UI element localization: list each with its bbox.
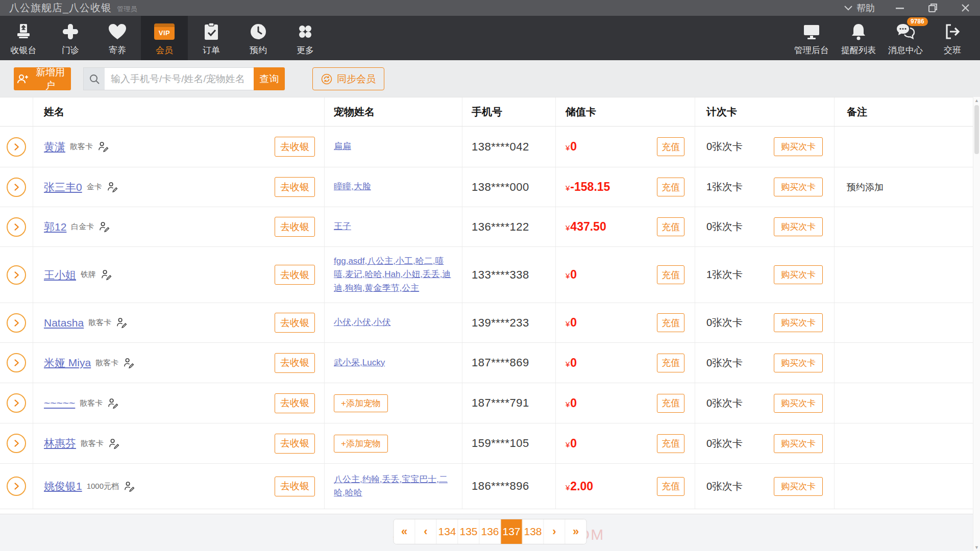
- pet-name-link[interactable]: 公主: [402, 283, 419, 293]
- nav-item-订单[interactable]: 订单: [188, 16, 235, 60]
- pet-name-link[interactable]: 武小呆: [334, 358, 360, 367]
- page-button-135[interactable]: 135: [458, 519, 480, 544]
- member-edit-icon[interactable]: [116, 317, 128, 329]
- scroll-up-icon[interactable]: ▲: [973, 97, 980, 104]
- go-checkout-button[interactable]: 去收银: [275, 217, 315, 237]
- member-edit-icon[interactable]: [123, 357, 135, 369]
- go-checkout-button[interactable]: 去收银: [275, 177, 315, 197]
- recharge-button[interactable]: 充值: [657, 137, 684, 156]
- pet-name-link[interactable]: Lucky: [362, 358, 385, 367]
- nav-item-收银台[interactable]: 收银台: [0, 16, 47, 60]
- expand-row-button[interactable]: [7, 353, 26, 372]
- member-name-link[interactable]: 林惠芬: [44, 436, 76, 450]
- expand-row-button[interactable]: [7, 178, 26, 197]
- add-pet-button[interactable]: +添加宠物: [334, 394, 388, 412]
- recharge-button[interactable]: 充值: [657, 477, 684, 496]
- pet-name-link[interactable]: 哈哈: [364, 269, 382, 279]
- page-nav-button[interactable]: «: [394, 519, 415, 544]
- member-edit-icon[interactable]: [108, 438, 120, 449]
- expand-row-button[interactable]: [7, 393, 26, 413]
- page-nav-button[interactable]: »: [566, 519, 586, 544]
- pet-name-link[interactable]: 黄金季节: [364, 283, 399, 293]
- restore-button[interactable]: [925, 2, 940, 15]
- recharge-button[interactable]: 充值: [657, 434, 684, 453]
- buy-count-card-button[interactable]: 购买次卡: [774, 265, 823, 284]
- buy-count-card-button[interactable]: 购买次卡: [774, 313, 823, 332]
- member-name-link[interactable]: Natasha: [44, 317, 84, 329]
- pet-name-link[interactable]: 狗狗: [345, 283, 362, 293]
- nav-item-提醒列表[interactable]: 提醒列表: [835, 16, 882, 60]
- pet-name-link[interactable]: 八公主: [367, 256, 393, 266]
- buy-count-card-button[interactable]: 购买次卡: [774, 354, 823, 372]
- pet-name-link[interactable]: 小伏: [373, 317, 390, 327]
- pet-name-link[interactable]: Hah: [384, 269, 400, 279]
- vertical-scrollbar[interactable]: ▲ ▼: [973, 97, 980, 551]
- pet-name-link[interactable]: 王子: [334, 221, 351, 231]
- member-edit-icon[interactable]: [99, 221, 110, 233]
- pet-name-link[interactable]: asdf: [348, 256, 364, 266]
- pet-name-link[interactable]: 小工: [396, 256, 413, 266]
- sync-members-button[interactable]: 同步会员: [312, 67, 384, 90]
- go-checkout-button[interactable]: 去收银: [275, 393, 315, 413]
- recharge-button[interactable]: 充值: [657, 394, 684, 413]
- pet-name-link[interactable]: fgg: [334, 256, 346, 266]
- member-name-link[interactable]: ~~~~~: [44, 397, 75, 409]
- page-button-137[interactable]: 137: [501, 519, 523, 544]
- pet-name-link[interactable]: 小妞: [403, 269, 420, 279]
- pet-name-link[interactable]: 约翰: [362, 474, 380, 484]
- buy-count-card-button[interactable]: 购买次卡: [774, 477, 823, 496]
- member-edit-icon[interactable]: [107, 181, 118, 193]
- member-name-link[interactable]: 王小姐: [44, 268, 76, 282]
- pet-name-link[interactable]: 丢丢: [423, 269, 440, 279]
- expand-row-button[interactable]: [7, 434, 26, 453]
- scroll-down-icon[interactable]: ▼: [973, 544, 980, 551]
- search-input[interactable]: [105, 67, 256, 90]
- pet-name-link[interactable]: 八公主: [334, 474, 360, 484]
- pet-name-link[interactable]: 小伏: [354, 317, 371, 327]
- expand-row-button[interactable]: [7, 217, 26, 237]
- go-checkout-button[interactable]: 去收银: [275, 353, 315, 373]
- nav-item-管理后台[interactable]: 管理后台: [788, 16, 835, 60]
- go-checkout-button[interactable]: 去收银: [275, 477, 315, 496]
- buy-count-card-button[interactable]: 购买次卡: [774, 137, 823, 156]
- nav-item-寄养[interactable]: 寄养: [94, 16, 141, 60]
- member-name-link[interactable]: 米娅 Miya: [44, 356, 91, 370]
- expand-row-button[interactable]: [7, 313, 26, 333]
- pet-name-link[interactable]: 宝宝巴士: [402, 474, 436, 484]
- pet-name-link[interactable]: 哈二: [415, 256, 433, 266]
- page-button-136[interactable]: 136: [480, 519, 501, 544]
- add-pet-button[interactable]: +添加宠物: [334, 435, 388, 453]
- nav-item-会员[interactable]: VIP会员: [141, 16, 188, 60]
- nav-item-更多[interactable]: 更多: [282, 16, 329, 60]
- pet-name-link[interactable]: 丢丢: [382, 474, 399, 484]
- nav-item-消息中心[interactable]: 9786消息中心: [882, 16, 929, 60]
- nav-item-预约[interactable]: 预约: [235, 16, 282, 60]
- nav-item-交班[interactable]: 交班: [929, 16, 976, 60]
- buy-count-card-button[interactable]: 购买次卡: [774, 217, 823, 236]
- go-checkout-button[interactable]: 去收银: [275, 265, 315, 285]
- page-button-134[interactable]: 134: [437, 519, 458, 544]
- member-edit-icon[interactable]: [124, 481, 135, 492]
- pet-name-link[interactable]: 瞳瞳: [334, 182, 351, 191]
- pet-name-link[interactable]: 哈哈: [345, 488, 362, 497]
- member-name-link[interactable]: 黄潇: [44, 140, 65, 154]
- buy-count-card-button[interactable]: 购买次卡: [774, 434, 823, 453]
- member-name-link[interactable]: 郭12: [44, 220, 66, 234]
- recharge-button[interactable]: 充值: [657, 178, 684, 196]
- help-menu[interactable]: 帮助: [844, 2, 875, 14]
- buy-count-card-button[interactable]: 购买次卡: [774, 394, 823, 413]
- buy-count-card-button[interactable]: 购买次卡: [774, 178, 823, 196]
- go-checkout-button[interactable]: 去收银: [275, 313, 315, 333]
- page-nav-button[interactable]: ›: [544, 519, 566, 544]
- page-nav-button[interactable]: ‹: [415, 519, 437, 544]
- recharge-button[interactable]: 充值: [657, 217, 684, 236]
- page-button-138[interactable]: 138: [523, 519, 544, 544]
- go-checkout-button[interactable]: 去收银: [275, 434, 315, 454]
- pet-name-link[interactable]: 扁扁: [334, 141, 351, 151]
- pet-name-link[interactable]: 麦记: [345, 269, 362, 279]
- scrollbar-thumb[interactable]: [974, 105, 979, 154]
- go-checkout-button[interactable]: 去收银: [275, 137, 315, 157]
- nav-item-门诊[interactable]: 门诊: [47, 16, 94, 60]
- pet-name-link[interactable]: 小伏: [334, 317, 351, 327]
- member-edit-icon[interactable]: [107, 397, 119, 409]
